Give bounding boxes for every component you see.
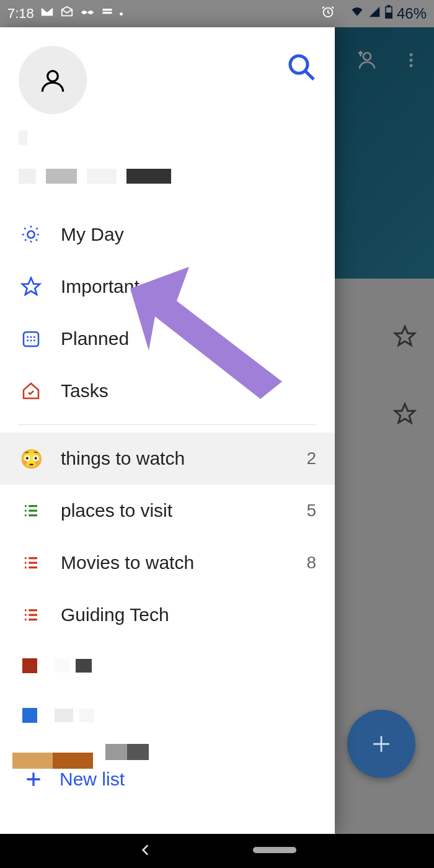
user-list-things-to-watch[interactable]: 😳 things to watch 2: [0, 432, 335, 485]
alarm-icon: [321, 5, 335, 22]
status-bar: 7:18 46%: [0, 0, 434, 27]
smart-list-planned[interactable]: Planned: [0, 313, 335, 365]
calendar-icon: [20, 328, 42, 350]
list-divider: [19, 424, 316, 425]
new-list-label: New list: [60, 769, 125, 790]
svg-point-14: [27, 231, 34, 238]
search-button[interactable]: [286, 52, 316, 84]
emoji-flushed-icon: 😳: [20, 447, 42, 470]
smart-list-myday[interactable]: My Day: [0, 208, 335, 261]
svg-rect-10: [388, 6, 390, 7]
sun-icon: [20, 223, 42, 246]
user-list-guiding-tech[interactable]: Guiding Tech: [0, 589, 335, 641]
app-icon: [101, 6, 113, 22]
redacted-list-item[interactable]: [0, 691, 335, 740]
list-icon: [20, 604, 42, 626]
user-list-count: 5: [306, 501, 316, 521]
status-time: 7:18: [7, 6, 34, 22]
user-list-count: 8: [306, 553, 316, 573]
system-nav-bar: [0, 834, 434, 868]
redacted-palette: [105, 744, 149, 760]
svg-rect-11: [386, 13, 392, 18]
user-list-label: places to visit: [61, 500, 288, 521]
inbox-icon: [60, 5, 74, 22]
smart-list-label: Important: [61, 276, 316, 297]
svg-rect-7: [102, 12, 112, 14]
battery-icon: [384, 5, 393, 22]
user-list-label: things to watch: [61, 448, 288, 469]
profile-avatar[interactable]: [19, 46, 87, 114]
star-icon: [20, 275, 42, 298]
color-swatch-icon: [22, 658, 37, 673]
svg-point-13: [290, 56, 308, 73]
redacted-account-name: [0, 125, 335, 145]
redacted-list-item[interactable]: [0, 641, 335, 691]
side-drawer: My Day Important Planned Tasks 😳: [0, 27, 335, 834]
smart-list-label: My Day: [61, 224, 316, 245]
moustache-icon: [80, 6, 95, 22]
smart-list-label: Planned: [61, 328, 316, 349]
color-swatch-icon: [22, 708, 37, 723]
new-list-button[interactable]: New list: [0, 769, 335, 802]
home-pill[interactable]: [253, 845, 296, 857]
svg-rect-6: [102, 9, 112, 11]
svg-marker-15: [22, 278, 40, 295]
user-list-places-to-visit[interactable]: places to visit 5: [0, 485, 335, 537]
notification-dot-icon: [120, 12, 123, 16]
signal-icon: [368, 6, 381, 22]
user-list-label: Guiding Tech: [61, 604, 298, 625]
redacted-palette: [12, 753, 93, 769]
svg-point-12: [48, 71, 58, 81]
svg-rect-16: [24, 332, 38, 346]
add-task-fab[interactable]: [347, 710, 415, 778]
user-list-count: 2: [306, 449, 316, 468]
list-icon: [20, 552, 42, 574]
smart-list-important[interactable]: Important: [0, 261, 335, 313]
smart-list-label: Tasks: [61, 380, 316, 401]
user-list-movies-to-watch[interactable]: Movies to watch 8: [0, 537, 335, 589]
home-check-icon: [20, 380, 42, 402]
smart-list-tasks[interactable]: Tasks: [0, 365, 335, 417]
list-icon: [20, 499, 42, 522]
back-button[interactable]: [138, 842, 154, 861]
svg-rect-18: [253, 847, 296, 853]
mail-icon: [40, 5, 54, 22]
user-list-label: Movies to watch: [61, 552, 288, 573]
redacted-account-email: [0, 164, 335, 184]
wifi-icon: [350, 6, 365, 22]
battery-label: 46%: [397, 5, 427, 22]
